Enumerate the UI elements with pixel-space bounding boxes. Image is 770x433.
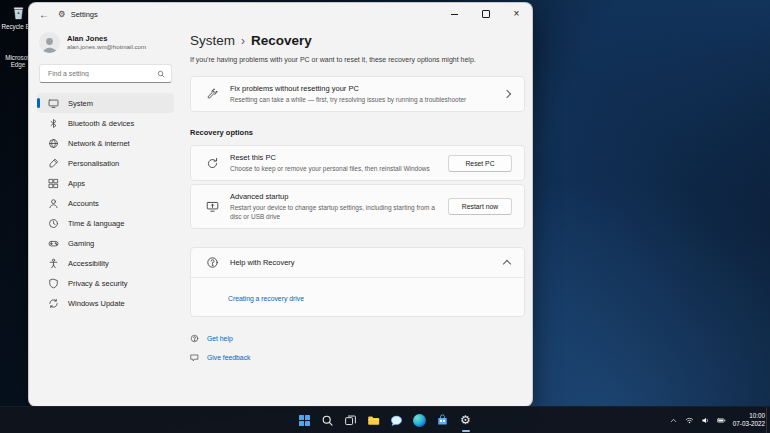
close-button[interactable]: × [501, 3, 532, 25]
sidebar-item-personalisation[interactable]: Personalisation [37, 153, 174, 173]
sidebar-item-label: Network & internet [68, 139, 130, 148]
battery-icon[interactable] [717, 416, 726, 425]
wifi-icon[interactable] [685, 416, 694, 425]
user-profile[interactable]: Alan Jones alan.jones.wm@hotmail.com [37, 27, 174, 62]
show-desktop-button[interactable] [766, 407, 770, 433]
settings-gear-icon: ⚙ [460, 414, 471, 426]
sidebar-item-time-language[interactable]: Time & language [37, 213, 174, 233]
restart-now-button[interactable]: Restart now [448, 198, 512, 215]
help-card-body: Creating a recovery drive [191, 277, 524, 316]
volume-icon[interactable] [701, 416, 710, 425]
taskbar-clock[interactable]: 10:00 07-03-2022 [733, 412, 765, 428]
breadcrumb: System › Recovery [190, 33, 525, 48]
desktop-icon-label: Microsoft Edge [5, 54, 31, 68]
get-help-link[interactable]: Get help [190, 334, 525, 343]
sidebar-item-label: Personalisation [68, 159, 119, 168]
file-explorer-button[interactable] [365, 411, 383, 429]
reset-pc-button[interactable]: Reset PC [448, 155, 512, 172]
sidebar-item-label: Time & language [68, 219, 124, 228]
sidebar-item-label: Privacy & security [68, 279, 128, 288]
store-icon [436, 414, 449, 427]
sidebar-item-windows-update[interactable]: Windows Update [37, 293, 174, 313]
footer-links: Get help Give feedback [190, 334, 525, 362]
reset-pc-card: Reset this PC Choose to keep or remove y… [190, 145, 525, 181]
breadcrumb-parent[interactable]: System [190, 33, 235, 48]
back-button[interactable]: ← [39, 9, 49, 20]
sidebar-item-system[interactable]: System [37, 93, 174, 113]
sidebar-item-label: Bluetooth & devices [68, 119, 134, 128]
sidebar-item-network-internet[interactable]: Network & internet [37, 133, 174, 153]
clock-time: 10:00 [733, 412, 765, 420]
give-feedback-link[interactable]: Give feedback [190, 353, 525, 362]
sidebar-item-label: Accessibility [68, 259, 109, 268]
taskbar-search-button[interactable] [319, 411, 337, 429]
chat-button[interactable] [388, 411, 406, 429]
section-title: Recovery options [190, 128, 525, 137]
sidebar-item-label: System [68, 99, 93, 108]
help-with-recovery-card: Help with Recovery Creating a recovery d… [190, 247, 525, 317]
recycle-bin-icon [10, 4, 27, 21]
window-title: Settings [71, 10, 98, 19]
maximize-button[interactable] [470, 3, 501, 25]
tray-chevron-up-icon[interactable] [669, 416, 678, 425]
page-description: If you're having problems with your PC o… [190, 56, 525, 63]
sidebar-item-apps[interactable]: Apps [37, 173, 174, 193]
advanced-startup-card: Advanced startup Restart your device to … [190, 184, 525, 229]
help-card-header[interactable]: Help with Recovery [191, 248, 524, 277]
folder-icon [367, 414, 380, 427]
reset-icon [205, 157, 219, 170]
bluetooth-icon [48, 118, 59, 129]
help-card-title: Help with Recovery [230, 258, 493, 267]
accounts-icon [48, 198, 59, 209]
user-name: Alan Jones [67, 34, 146, 43]
store-button[interactable] [434, 411, 452, 429]
get-help-label: Get help [207, 335, 233, 342]
sidebar-item-gaming[interactable]: Gaming [37, 233, 174, 253]
sidebar-nav: System Bluetooth & devices Network & int… [37, 93, 174, 313]
sidebar-item-accessibility[interactable]: Accessibility [37, 253, 174, 273]
sidebar-item-bluetooth-devices[interactable]: Bluetooth & devices [37, 113, 174, 133]
update-icon [48, 298, 59, 309]
titlebar: ← ⚙ Settings × [29, 3, 532, 25]
search-input[interactable] [46, 69, 157, 78]
sidebar-item-accounts[interactable]: Accounts [37, 193, 174, 213]
sidebar-item-privacy-security[interactable]: Privacy & security [37, 273, 174, 293]
windows-logo-icon [299, 415, 310, 426]
fix-problems-card[interactable]: Fix problems without resetting your PC R… [190, 76, 525, 112]
sidebar: Alan Jones alan.jones.wm@hotmail.com Sys… [29, 25, 180, 406]
edge-button[interactable] [411, 411, 429, 429]
main-content: System › Recovery If you're having probl… [180, 25, 532, 406]
fix-card-title: Fix problems without resetting your PC [230, 84, 493, 93]
advanced-startup-icon [205, 200, 219, 213]
feedback-icon [190, 353, 199, 362]
clock-icon [48, 218, 59, 229]
fix-card-subtitle: Resetting can take a while — first, try … [230, 95, 493, 104]
personalisation-icon [48, 158, 59, 169]
chevron-right-icon [503, 90, 511, 98]
task-view-icon [344, 414, 357, 427]
shield-icon [48, 278, 59, 289]
system-tray: 10:00 07-03-2022 [669, 407, 765, 433]
help-icon [205, 256, 219, 269]
start-button[interactable] [296, 411, 314, 429]
search-icon [321, 414, 334, 427]
get-help-icon [190, 334, 199, 343]
system-icon [48, 98, 59, 109]
sidebar-item-label: Accounts [68, 199, 99, 208]
troubleshoot-icon [205, 88, 219, 101]
settings-taskbar-button[interactable]: ⚙ [457, 411, 475, 429]
minimize-button[interactable] [439, 3, 470, 25]
search-icon [157, 70, 165, 78]
user-email: alan.jones.wm@hotmail.com [67, 43, 146, 51]
recovery-drive-link[interactable]: Creating a recovery drive [228, 295, 304, 302]
page-title: Recovery [251, 33, 312, 48]
task-view-button[interactable] [342, 411, 360, 429]
avatar [39, 32, 60, 53]
give-feedback-label: Give feedback [207, 354, 250, 361]
settings-window: ← ⚙ Settings × Alan Jones alan.jones.wm@… [28, 2, 533, 407]
globe-icon [48, 138, 59, 149]
search-box[interactable] [39, 64, 172, 83]
sidebar-item-label: Gaming [68, 239, 94, 248]
breadcrumb-separator-icon: › [241, 34, 245, 48]
advanced-card-subtitle: Restart your device to change startup se… [230, 203, 437, 221]
